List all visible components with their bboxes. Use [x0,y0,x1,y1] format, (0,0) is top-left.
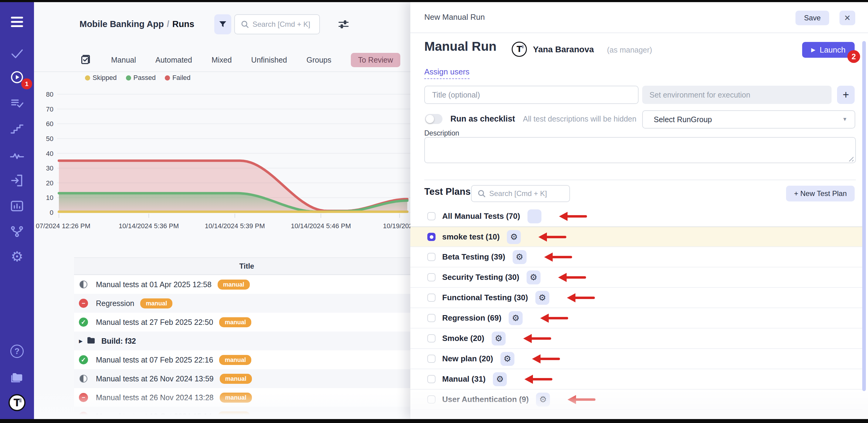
help-icon[interactable]: ? [10,344,24,358]
table-row[interactable]: − Manual tests at 26 Nov 2024 13:28 manu… [74,388,441,407]
annotation-arrow-icon [538,231,567,243]
column-title[interactable]: Title [74,258,420,274]
check-icon[interactable] [10,47,24,60]
plan-checkbox[interactable] [427,375,436,383]
new-test-plan-button[interactable]: + New Test Plan [786,186,855,201]
plan-checkbox[interactable] [427,233,436,241]
tab-groups[interactable]: Groups [307,56,332,64]
run-title[interactable]: Manual tests at 07 Feb 2025 22:16 [96,356,213,364]
tab-mixed[interactable]: Mixed [212,56,232,64]
assign-users-link[interactable]: Assign users [424,67,469,79]
view-settings-icon[interactable] [338,18,350,30]
plan-settings-gear-button[interactable]: ⚙ [500,352,515,366]
test-plans-search[interactable] [471,185,570,202]
plan-checkbox[interactable] [427,314,436,322]
close-panel-button[interactable]: ✕ [839,11,855,25]
table-row[interactable]: ✓ Manual tests at 07 Feb 2025 22:16 manu… [74,350,441,369]
run-title[interactable]: Manual tests at 26 Nov 2024 13:28 [96,393,214,402]
tab-manual[interactable]: Manual [111,56,136,64]
breadcrumb-project[interactable]: Mobile Banking App [80,19,164,29]
select-all-icon[interactable] [80,53,92,66]
run-title-input[interactable] [424,86,639,104]
rungroup-select[interactable]: Select RunGroup ▼ [642,110,855,129]
run-title[interactable]: Build: f32 [101,337,136,345]
plan-label[interactable]: User Authentication (9) [442,395,529,404]
tab-automated[interactable]: Automated [155,56,192,64]
add-environment-button[interactable]: + [837,86,855,104]
plan-label[interactable]: Smoke (20) [442,334,485,343]
table-row[interactable]: Manual tests at 01 Apr 2025 12:58 manual [74,275,441,294]
save-button[interactable]: Save [796,11,829,25]
run-title[interactable]: Manual tests at 01 Apr 2025 12:58 [96,280,212,289]
plan-checkbox[interactable] [427,355,436,363]
test-plan-row[interactable]: Security Testing (30) ⚙ [410,267,863,288]
table-row[interactable]: ▸ Build: f32 [74,332,441,350]
filter-button[interactable] [214,14,231,34]
test-plan-row[interactable]: All Manual Tests (70) [410,206,863,227]
settings-gear-icon[interactable]: ⚙ [10,250,24,263]
caret-right-icon[interactable]: ▸ [79,337,83,345]
menu-icon[interactable] [10,15,24,29]
svg-text:50: 50 [46,135,54,143]
plan-settings-gear-button[interactable]: ⚙ [493,372,507,386]
plan-label[interactable]: Functional Testing (30) [442,293,528,302]
test-plan-row[interactable]: Manual (31) ⚙ [410,369,863,390]
table-row[interactable]: − Regression manual [74,294,441,313]
sign-in-icon[interactable] [10,173,24,188]
plan-label[interactable]: Security Testing (30) [442,273,519,282]
plan-checkbox[interactable] [427,395,436,403]
test-plans-search-input[interactable] [489,189,569,198]
description-textarea[interactable] [424,137,856,163]
tab-to-review[interactable]: To Review [351,53,400,67]
tab-unfinished[interactable]: Unfinished [251,56,287,64]
run-title[interactable]: Manual tests at 26 Nov 2024 13:59 [96,374,214,383]
runs-page: Mobile Banking App/Runs ✕ Manual Automat… [34,2,410,419]
plan-settings-gear-button[interactable]: ⚙ [535,291,549,305]
plan-checkbox[interactable] [427,253,436,261]
plan-settings-gear-button[interactable]: ⚙ [492,332,506,345]
plan-label[interactable]: Beta Testing (39) [442,252,505,262]
git-branch-icon[interactable] [10,225,24,238]
test-plan-row[interactable]: Functional Testing (30) ⚙ [410,288,863,308]
run-as-checklist-toggle[interactable] [425,114,442,124]
plan-label[interactable]: Regression (69) [442,313,501,323]
panel-scrollbar[interactable] [862,41,866,391]
environment-input[interactable] [642,86,832,104]
runs-search-input[interactable] [252,20,319,29]
plan-checkbox[interactable] [427,212,436,220]
pulse-icon[interactable] [10,149,24,163]
plan-settings-gear-button[interactable]: ⚙ [507,230,521,244]
plan-settings-gear-button[interactable]: ⚙ [527,271,540,284]
app-logo[interactable]: T [8,394,26,411]
plan-settings-gear-button[interactable]: ⚙ [513,250,527,264]
test-plan-row[interactable]: User Authentication (9) ⚙ [410,390,863,410]
run-title[interactable]: Manual tests at 27 Feb 2025 22:50 [96,318,213,327]
table-row[interactable]: Manual tests at 26 Nov 2024 13:59 manual [74,369,441,388]
test-cases-icon[interactable] [10,96,24,110]
manager-avatar[interactable]: T [512,41,527,57]
launch-button[interactable]: ▶ Launch [802,42,855,58]
plan-settings-gear-button[interactable] [527,209,541,223]
breadcrumb-section[interactable]: Runs [173,19,194,29]
plan-checkbox[interactable] [427,273,436,281]
table-row[interactable]: ✓ Manual tests at 27 Feb 2025 22:50 manu… [74,313,441,332]
test-plan-row[interactable]: Smoke (20) ⚙ [410,329,863,349]
runs-search[interactable] [234,14,320,34]
plan-label[interactable]: New plan (20) [442,354,493,363]
plan-label[interactable]: All Manual Tests (70) [442,212,520,221]
breadcrumb[interactable]: Mobile Banking App/Runs [80,19,194,29]
plan-checkbox[interactable] [427,334,436,342]
plan-label[interactable]: Manual (31) [442,374,486,384]
test-plan-row[interactable]: Regression (69) ⚙ [410,308,863,329]
reports-icon[interactable] [10,199,24,213]
plan-settings-gear-button[interactable]: ⚙ [536,393,550,406]
run-title[interactable]: Regression [96,299,134,308]
steps-icon[interactable] [10,122,24,136]
plan-label[interactable]: smoke test (10) [442,232,500,242]
plan-settings-gear-button[interactable]: ⚙ [509,311,523,325]
test-plan-row[interactable]: smoke test (10) ⚙ [410,227,863,247]
projects-folder-icon[interactable] [10,370,24,385]
test-plan-row[interactable]: Beta Testing (39) ⚙ [410,247,863,267]
plan-checkbox[interactable] [427,293,436,302]
test-plan-row[interactable]: New plan (20) ⚙ [410,349,863,369]
